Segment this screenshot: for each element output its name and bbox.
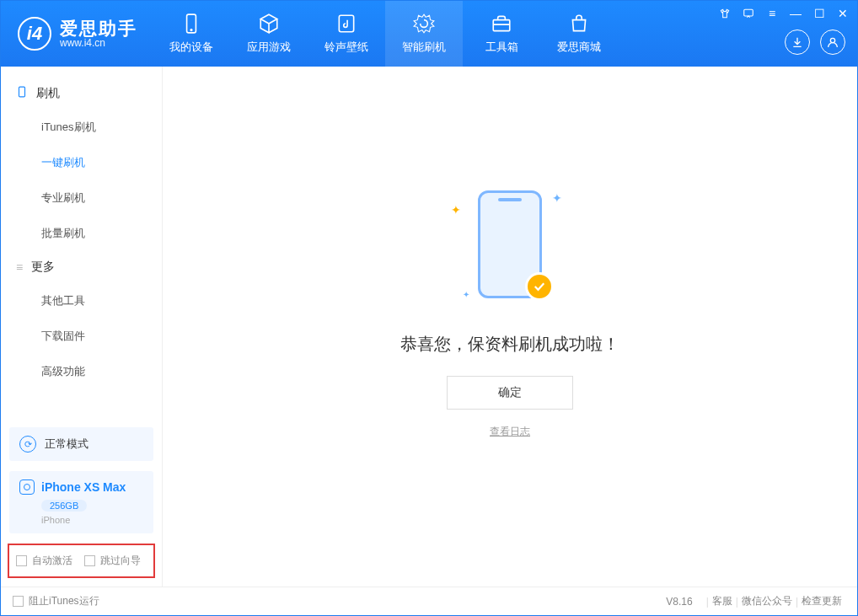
nav-ringtone-wallpaper[interactable]: 铃声壁纸 [308, 1, 385, 67]
device-small-icon [19, 479, 35, 495]
cube-icon [258, 13, 280, 35]
nav-my-device[interactable]: 我的设备 [153, 1, 230, 67]
maximize-button[interactable]: ☐ [812, 6, 827, 21]
mode-label: 正常模式 [45, 437, 88, 452]
highlighted-options: 自动激活 跳过向导 [8, 544, 155, 578]
nav-toolbox[interactable]: 工具箱 [463, 1, 540, 67]
sidebar-item-pro-flash[interactable]: 专业刷机 [1, 180, 162, 216]
device-type: iPhone [41, 515, 143, 525]
sparkle-icon: ✦ [451, 203, 461, 217]
menu-icon[interactable]: ≡ [764, 6, 780, 21]
device-capacity: 256GB [41, 500, 87, 512]
nav-label: 爱思商城 [557, 40, 601, 55]
checkbox-icon [16, 555, 27, 566]
main-content: ✦ ✦ ✦ 恭喜您，保资料刷机成功啦！ 确定 查看日志 [163, 67, 857, 587]
feedback-icon[interactable] [741, 6, 756, 21]
device-info-panel[interactable]: iPhone XS Max 256GB iPhone [9, 471, 153, 533]
svg-point-1 [190, 29, 192, 31]
app-name-cn: 爱思助手 [60, 19, 137, 38]
toolbox-icon [491, 13, 512, 35]
shop-icon [568, 13, 590, 35]
section-title: 更多 [31, 260, 55, 275]
svg-rect-2 [339, 15, 353, 32]
option-skip-guide[interactable]: 跳过向导 [84, 554, 141, 568]
success-message: 恭喜您，保资料刷机成功啦！ [400, 333, 619, 356]
link-support[interactable]: 客服 [709, 594, 736, 608]
option-block-itunes[interactable]: 阻止iTunes运行 [13, 594, 99, 608]
device-name: iPhone XS Max [41, 480, 126, 494]
success-panel: ✦ ✦ ✦ 恭喜您，保资料刷机成功啦！ 确定 查看日志 [400, 181, 619, 439]
app-logo: i4 爱思助手 www.i4.cn [1, 1, 153, 67]
nav-label: 应用游戏 [247, 40, 291, 55]
svg-rect-6 [19, 87, 25, 97]
refresh-icon [413, 13, 435, 35]
nav-smart-flash[interactable]: 智能刷机 [385, 1, 463, 67]
success-illustration: ✦ ✦ ✦ [442, 181, 577, 308]
checkbox-icon [84, 555, 95, 566]
header-right-icons [785, 29, 845, 55]
app-window: i4 爱思助手 www.i4.cn 我的设备 应用游戏 铃声壁纸 智能刷机 [0, 0, 858, 616]
sidebar-item-oneclick-flash[interactable]: 一键刷机 [1, 145, 162, 180]
logo-icon: i4 [18, 17, 51, 51]
ok-button[interactable]: 确定 [447, 376, 573, 410]
view-log-link[interactable]: 查看日志 [490, 425, 530, 439]
close-button[interactable]: ✕ [835, 6, 850, 21]
nav-label: 工具箱 [485, 40, 518, 55]
nav-label: 铃声壁纸 [324, 40, 368, 55]
svg-rect-4 [744, 9, 753, 16]
nav-apps-games[interactable]: 应用游戏 [230, 1, 308, 67]
list-icon: ≡ [16, 260, 23, 274]
titlebar: i4 爱思助手 www.i4.cn 我的设备 应用游戏 铃声壁纸 智能刷机 [1, 1, 857, 67]
sidebar-item-itunes-flash[interactable]: iTunes刷机 [1, 110, 162, 145]
svg-point-5 [830, 38, 834, 42]
sparkle-icon: ✦ [463, 290, 469, 299]
sidebar-item-download-firmware[interactable]: 下载固件 [1, 319, 162, 354]
sidebar-item-other-tools[interactable]: 其他工具 [1, 283, 162, 319]
nav-shop[interactable]: 爱思商城 [540, 1, 618, 67]
device-icon [180, 13, 202, 35]
device-mode-panel[interactable]: ⟳ 正常模式 [9, 427, 153, 461]
user-button[interactable] [820, 29, 845, 55]
version-label: V8.16 [666, 596, 692, 608]
music-icon [335, 13, 357, 35]
nav-label: 我的设备 [169, 40, 213, 55]
sidebar-section-more: ≡ 更多 [1, 251, 162, 283]
sparkle-icon: ✦ [552, 191, 562, 205]
section-title: 刷机 [36, 86, 60, 101]
app-name-en: www.i4.cn [60, 38, 137, 49]
download-button[interactable] [785, 29, 810, 55]
window-controls: ≡ — ☐ ✕ [717, 6, 850, 21]
svg-rect-3 [493, 20, 510, 31]
checkbox-icon [13, 596, 24, 607]
statusbar: 阻止iTunes运行 V8.16 | 客服 | 微信公众号 | 检查更新 [1, 587, 857, 615]
option-auto-activate[interactable]: 自动激活 [16, 554, 72, 568]
checkmark-badge-icon [525, 272, 554, 301]
minimize-button[interactable]: — [788, 6, 803, 21]
sidebar-item-batch-flash[interactable]: 批量刷机 [1, 216, 162, 251]
sidebar: 刷机 iTunes刷机 一键刷机 专业刷机 批量刷机 ≡ 更多 其他工具 下载固… [1, 67, 163, 587]
app-body: 刷机 iTunes刷机 一键刷机 专业刷机 批量刷机 ≡ 更多 其他工具 下载固… [1, 67, 857, 587]
phone-outline-icon [16, 85, 28, 101]
nav-label: 智能刷机 [402, 40, 446, 55]
sidebar-item-advanced[interactable]: 高级功能 [1, 354, 162, 389]
link-check-update[interactable]: 检查更新 [798, 594, 845, 608]
mode-icon: ⟳ [19, 436, 36, 453]
tshirt-icon[interactable] [717, 6, 732, 21]
top-nav: 我的设备 应用游戏 铃声壁纸 智能刷机 工具箱 爱思商城 [153, 1, 618, 67]
link-wechat[interactable]: 微信公众号 [738, 594, 796, 608]
sidebar-section-flash: 刷机 [1, 77, 162, 110]
